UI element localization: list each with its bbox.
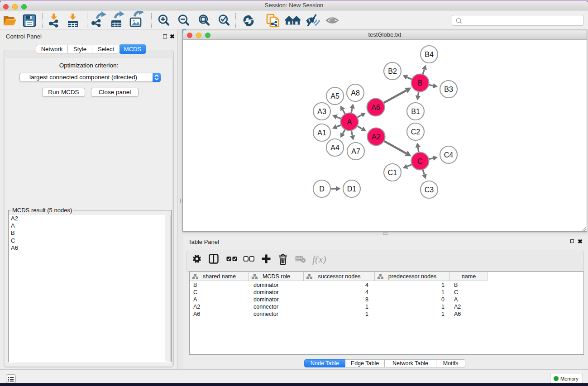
svg-text:A7: A7: [351, 148, 360, 155]
svg-text:A: A: [347, 118, 352, 126]
svg-text:C2: C2: [411, 128, 421, 136]
svg-text:A6: A6: [371, 104, 380, 111]
svg-text:C4: C4: [444, 151, 454, 159]
svg-text:D: D: [319, 185, 325, 193]
svg-text:B2: B2: [388, 67, 397, 75]
svg-text:C3: C3: [425, 186, 434, 194]
svg-text:A8: A8: [351, 89, 360, 97]
svg-text:C: C: [417, 157, 423, 165]
svg-text:A5: A5: [330, 92, 339, 100]
svg-text:B1: B1: [411, 108, 420, 115]
svg-text:B3: B3: [444, 86, 453, 93]
svg-text:A3: A3: [317, 108, 326, 115]
svg-text:D1: D1: [347, 185, 357, 193]
svg-text:B: B: [418, 79, 423, 87]
svg-text:name: name: [462, 273, 476, 280]
svg-text:MCDS role: MCDS role: [263, 273, 290, 280]
svg-text:A1: A1: [317, 129, 326, 137]
svg-text:f(x): f(x): [312, 253, 326, 265]
svg-text:C1: C1: [388, 169, 397, 176]
svg-text:successor nodes: successor nodes: [318, 273, 361, 280]
svg-text:shared name: shared name: [203, 273, 236, 280]
svg-text:A2: A2: [372, 133, 381, 141]
svg-text:B4: B4: [425, 51, 434, 58]
svg-text:A4: A4: [330, 144, 339, 152]
svg-text:predecessor nodes: predecessor nodes: [388, 273, 436, 280]
